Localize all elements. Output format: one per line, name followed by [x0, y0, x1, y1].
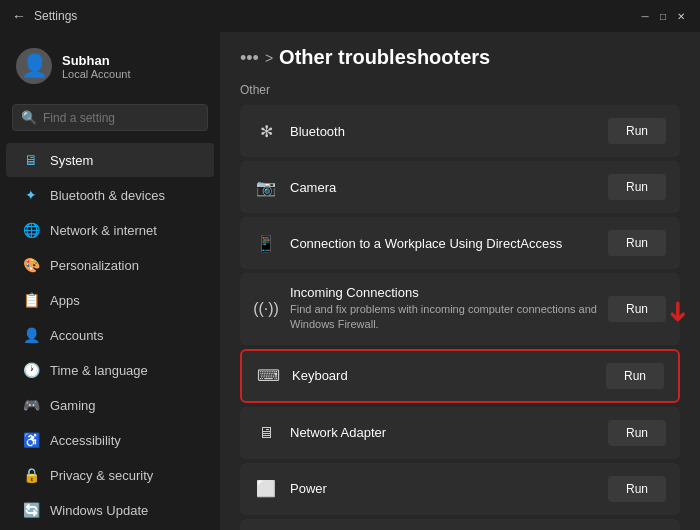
power-run-button[interactable]: Run [608, 476, 666, 502]
avatar: 👤 [16, 48, 52, 84]
power-item-icon: ⬜ [254, 477, 278, 501]
accounts-icon: 👤 [22, 326, 40, 344]
bluetooth-item-text: Bluetooth [290, 124, 608, 139]
sidebar-item-time[interactable]: 🕐 Time & language [6, 353, 214, 387]
apps-icon: 📋 [22, 291, 40, 309]
title-bar-title: Settings [34, 9, 77, 23]
keyboard-item-text: Keyboard [292, 368, 606, 383]
time-icon: 🕐 [22, 361, 40, 379]
network-adapter-item-icon: 🖥 [254, 421, 278, 445]
sidebar-item-privacy-label: Privacy & security [50, 468, 153, 483]
minimize-button[interactable]: ─ [638, 9, 652, 23]
troubleshooter-item-network-adapter: 🖥 Network Adapter Run [240, 407, 680, 459]
maximize-button[interactable]: □ [656, 9, 670, 23]
sidebar-item-gaming[interactable]: 🎮 Gaming [6, 388, 214, 422]
sidebar-item-network[interactable]: 🌐 Network & internet [6, 213, 214, 247]
keyboard-item-title: Keyboard [292, 368, 606, 383]
sidebar-item-system-label: System [50, 153, 93, 168]
network-adapter-item-title: Network Adapter [290, 425, 608, 440]
gaming-icon: 🎮 [22, 396, 40, 414]
breadcrumb-title: Other troubleshooters [279, 46, 490, 69]
sidebar-item-gaming-label: Gaming [50, 398, 96, 413]
incoming-item-desc: Find and fix problems with incoming comp… [290, 302, 608, 333]
app-container: 👤 Subhan Local Account 🔍 🖥 System ✦ Blue… [0, 32, 700, 530]
sidebar-item-bluetooth[interactable]: ✦ Bluetooth & devices [6, 178, 214, 212]
sidebar: 👤 Subhan Local Account 🔍 🖥 System ✦ Blue… [0, 32, 220, 530]
camera-item-title: Camera [290, 180, 608, 195]
back-icon[interactable]: ← [12, 8, 26, 24]
sidebar-item-update[interactable]: 🔄 Windows Update [6, 493, 214, 527]
network-adapter-item-text: Network Adapter [290, 425, 608, 440]
breadcrumb-separator: > [265, 50, 273, 66]
user-profile: 👤 Subhan Local Account [0, 40, 220, 100]
sidebar-item-accounts[interactable]: 👤 Accounts [6, 318, 214, 352]
keyboard-item-icon: ⌨ [256, 364, 280, 388]
camera-run-button[interactable]: Run [608, 174, 666, 200]
incoming-run-button[interactable]: Run [608, 296, 666, 322]
connection-run-button[interactable]: Run [608, 230, 666, 256]
troubleshooter-item-connection: 📱 Connection to a Workplace Using Direct… [240, 217, 680, 269]
troubleshooter-item-bluetooth: ✻ Bluetooth Run [240, 105, 680, 157]
close-button[interactable]: ✕ [674, 9, 688, 23]
connection-item-title: Connection to a Workplace Using DirectAc… [290, 236, 608, 251]
nav-list: 🖥 System ✦ Bluetooth & devices 🌐 Network… [0, 143, 220, 527]
connection-item-icon: 📱 [254, 231, 278, 255]
troubleshooter-item-program: 🔧 Program Compatibility Troubleshooter R… [240, 519, 680, 530]
sidebar-item-personalization-label: Personalization [50, 258, 139, 273]
incoming-item-text: Incoming Connections Find and fix proble… [290, 285, 608, 333]
keyboard-run-button[interactable]: Run [606, 363, 664, 389]
bluetooth-run-button[interactable]: Run [608, 118, 666, 144]
title-bar-left: ← Settings [12, 8, 77, 24]
title-bar-controls: ─ □ ✕ [638, 9, 688, 23]
breadcrumb-dots: ••• [240, 49, 259, 67]
red-arrow-annotation: ➜ [662, 300, 695, 323]
sidebar-item-bluetooth-label: Bluetooth & devices [50, 188, 165, 203]
search-input[interactable] [43, 111, 199, 125]
breadcrumb: ••• > Other troubleshooters [220, 32, 700, 79]
update-icon: 🔄 [22, 501, 40, 519]
troubleshooter-item-keyboard: ⌨ Keyboard Run [240, 349, 680, 403]
network-adapter-run-button[interactable]: Run [608, 420, 666, 446]
power-item-text: Power [290, 481, 608, 496]
personalization-icon: 🎨 [22, 256, 40, 274]
sidebar-item-network-label: Network & internet [50, 223, 157, 238]
sidebar-item-personalization[interactable]: 🎨 Personalization [6, 248, 214, 282]
troubleshooter-item-incoming: ((·)) Incoming Connections Find and fix … [240, 273, 680, 345]
power-item-title: Power [290, 481, 608, 496]
user-name: Subhan [62, 53, 131, 68]
sidebar-item-apps[interactable]: 📋 Apps [6, 283, 214, 317]
bluetooth-item-title: Bluetooth [290, 124, 608, 139]
camera-item-icon: 📷 [254, 175, 278, 199]
sidebar-item-accessibility-label: Accessibility [50, 433, 121, 448]
troubleshooter-list: ✻ Bluetooth Run 📷 Camera Run 📱 Connectio… [220, 105, 700, 530]
main-content: ••• > Other troubleshooters Other ✻ Blue… [220, 32, 700, 530]
title-bar: ← Settings ─ □ ✕ [0, 0, 700, 32]
sidebar-item-apps-label: Apps [50, 293, 80, 308]
search-icon: 🔍 [21, 110, 37, 125]
incoming-item-icon: ((·)) [254, 297, 278, 321]
sidebar-item-system[interactable]: 🖥 System [6, 143, 214, 177]
network-icon: 🌐 [22, 221, 40, 239]
bluetooth-icon: ✦ [22, 186, 40, 204]
search-bar[interactable]: 🔍 [12, 104, 208, 131]
accessibility-icon: ♿ [22, 431, 40, 449]
user-account-type: Local Account [62, 68, 131, 80]
user-info: Subhan Local Account [62, 53, 131, 80]
troubleshooter-item-power: ⬜ Power Run [240, 463, 680, 515]
sidebar-item-update-label: Windows Update [50, 503, 148, 518]
connection-item-text: Connection to a Workplace Using DirectAc… [290, 236, 608, 251]
camera-item-text: Camera [290, 180, 608, 195]
sidebar-item-privacy[interactable]: 🔒 Privacy & security [6, 458, 214, 492]
privacy-icon: 🔒 [22, 466, 40, 484]
sidebar-item-accounts-label: Accounts [50, 328, 103, 343]
incoming-item-title: Incoming Connections [290, 285, 608, 300]
section-label: Other [220, 79, 700, 105]
bluetooth-item-icon: ✻ [254, 119, 278, 143]
sidebar-item-time-label: Time & language [50, 363, 148, 378]
system-icon: 🖥 [22, 151, 40, 169]
sidebar-item-accessibility[interactable]: ♿ Accessibility [6, 423, 214, 457]
troubleshooter-item-camera: 📷 Camera Run [240, 161, 680, 213]
